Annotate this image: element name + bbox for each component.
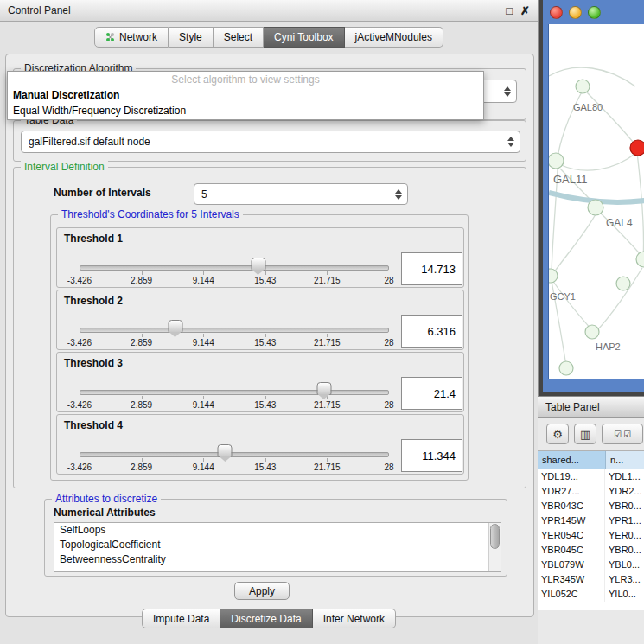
numerical-attributes-list[interactable]: SelfLoops TopologicalCoefficient Between…: [54, 522, 501, 572]
network-node[interactable]: [576, 80, 590, 93]
combo-value: galFiltered.sif default node: [29, 136, 150, 148]
slider-tick-marks: [80, 271, 389, 275]
node-label: GCY1: [550, 291, 576, 302]
dropdown-item-equal-width-frequency[interactable]: Equal Width/Frequency Discretization: [8, 103, 483, 118]
tab-jactivemnodules[interactable]: jActiveMNodules: [345, 27, 443, 48]
network-node[interactable]: [549, 269, 558, 283]
list-scrollbar[interactable]: [488, 523, 501, 571]
network-node[interactable]: [559, 361, 573, 375]
slider-track[interactable]: [80, 390, 389, 395]
dropdown-placeholder-item[interactable]: Select algorithm to view settings: [8, 72, 483, 87]
numerical-attributes-label: Numerical Attributes: [54, 507, 156, 519]
tab-label: jActiveMNodules: [355, 31, 432, 43]
node-label: HAP2: [596, 341, 621, 352]
slider-tick-labels: -3.426 2.859 9.144 15.43 21.715 28: [80, 338, 389, 348]
num-intervals-combobox[interactable]: 5: [194, 183, 408, 205]
table-row[interactable]: YBR043CYBR0...: [538, 499, 644, 513]
tab-style[interactable]: Style: [169, 27, 214, 48]
table-row[interactable]: YBR045CYBR0...: [538, 543, 644, 558]
slider-track[interactable]: [80, 328, 389, 333]
tab-impute-data[interactable]: Impute Data: [142, 609, 220, 628]
scrollbar-thumb[interactable]: [490, 524, 500, 549]
slider-thumb[interactable]: [316, 382, 331, 395]
tab-cyni-toolbox[interactable]: Cyni Toolbox: [264, 27, 344, 48]
threshold-2-value-field[interactable]: 6.316: [401, 315, 462, 348]
zoom-traffic-light-icon[interactable]: [588, 6, 601, 19]
row-selection-filter-button[interactable]: ☑ ☑: [602, 424, 643, 444]
table-settings-button[interactable]: ⚙: [546, 424, 569, 444]
slider-thumb[interactable]: [218, 444, 233, 457]
table-row[interactable]: YLR345WYLR3...: [538, 572, 644, 587]
table-data-combobox[interactable]: galFiltered.sif default node: [21, 131, 520, 153]
threshold-label: Threshold 1: [64, 233, 123, 245]
threshold-2-box: Threshold 2 -3.426 2.859 9.144 15.43 21.…: [56, 290, 464, 350]
table-row[interactable]: YPR145WYPR1...: [538, 513, 644, 528]
slider-tick-labels: -3.426 2.859 9.144 15.43 21.715 28: [80, 400, 389, 411]
slider-thumb[interactable]: [168, 320, 182, 333]
network-canvas[interactable]: GAL80 GAL11 GAL4 GCY1 HAP2: [548, 24, 644, 379]
slider-tick-labels: -3.426 2.859 9.144 15.43 21.715 28: [80, 462, 389, 473]
column-header-name[interactable]: n...: [606, 451, 644, 469]
list-item[interactable]: BetweennessCentrality: [54, 552, 501, 567]
table-row[interactable]: YBL079WYBL0...: [538, 558, 644, 572]
gear-icon: ⚙: [552, 428, 563, 441]
table-header-row: shared... n...: [538, 450, 644, 469]
slider-track[interactable]: [80, 265, 389, 271]
apply-button[interactable]: Apply: [234, 582, 290, 600]
threshold-4-value-field[interactable]: 11.344: [401, 439, 462, 472]
tab-infer-network[interactable]: Infer Network: [313, 609, 396, 628]
checkbox-icon: ☑: [614, 430, 622, 439]
network-node[interactable]: [616, 277, 630, 290]
threshold-label: Threshold 2: [64, 295, 123, 307]
group-label: Threshold's Coordinates for 5 Intervals: [58, 208, 243, 220]
table-row[interactable]: YIL052CYIL0...: [538, 587, 644, 602]
close-traffic-light-icon[interactable]: [550, 6, 563, 19]
table-panel: Table Panel ⚙ ▥ ☑ ☑ shared... n... YDL19…: [538, 396, 644, 644]
table-row[interactable]: YDL19...YDL1...: [538, 469, 644, 484]
titlebar-buttons: □ ✗: [506, 4, 530, 17]
control-panel-window: Control Panel □ ✗ Network Style Select C…: [0, 0, 539, 644]
column-visibility-button[interactable]: ▥: [574, 424, 596, 444]
threshold-coordinates-group: Threshold's Coordinates for 5 Intervals …: [50, 214, 469, 481]
slider-track[interactable]: [80, 452, 389, 457]
node-label: GAL4: [606, 217, 633, 229]
network-node[interactable]: [549, 153, 564, 169]
tab-label: Network: [119, 31, 157, 43]
node-label: GAL11: [553, 173, 588, 186]
network-icon: [105, 32, 115, 42]
tab-discretize-data[interactable]: Discretize Data: [220, 609, 312, 628]
threshold-3-box: Threshold 3 -3.426 2.859 9.144 15.43 21.…: [56, 352, 464, 412]
network-node[interactable]: [585, 325, 599, 339]
network-node[interactable]: [588, 200, 603, 215]
combo-stepper-icon[interactable]: [507, 137, 514, 147]
table-panel-title[interactable]: Table Panel: [538, 396, 644, 418]
table-rows: YDL19...YDL1... YDR27...YDR2... YBR043CY…: [538, 469, 644, 610]
threshold-1-value-field[interactable]: 14.713: [401, 252, 462, 285]
tab-network[interactable]: Network: [94, 27, 169, 48]
table-row[interactable]: YDR27...YDR2...: [538, 484, 644, 499]
table-row[interactable]: YER054CYER0...: [538, 528, 644, 543]
combo-stepper-icon[interactable]: [395, 189, 402, 200]
table-data-group: Table Data galFiltered.sif default node: [13, 120, 526, 162]
cyni-toolbox-panel: Discretization Algorithm Table Data galF…: [5, 54, 534, 617]
combo-stepper-icon[interactable]: [504, 86, 511, 97]
tab-select[interactable]: Select: [214, 27, 264, 48]
dropdown-item-manual-discretization[interactable]: Manual Discretization: [8, 87, 483, 103]
close-window-icon[interactable]: ✗: [520, 4, 530, 17]
network-node[interactable]: [636, 252, 644, 267]
window-traffic-lights: [550, 6, 601, 19]
threshold-label: Threshold 3: [64, 357, 123, 369]
list-item[interactable]: SelfLoops: [54, 523, 501, 538]
list-item[interactable]: TopologicalCoefficient: [54, 538, 501, 552]
float-window-icon[interactable]: □: [506, 4, 513, 17]
threshold-3-value-field[interactable]: 21.4: [401, 377, 462, 410]
slider-thumb[interactable]: [251, 258, 265, 271]
threshold-label: Threshold 4: [64, 419, 123, 431]
window-title: Control Panel: [8, 4, 506, 16]
minimize-traffic-light-icon[interactable]: [569, 6, 582, 19]
column-header-shared-name[interactable]: shared...: [538, 451, 606, 469]
selected-network-node[interactable]: [630, 140, 644, 156]
tab-label: Select: [224, 31, 252, 43]
control-panel-titlebar: Control Panel □ ✗: [0, 0, 538, 22]
columns-icon: ▥: [580, 428, 590, 441]
